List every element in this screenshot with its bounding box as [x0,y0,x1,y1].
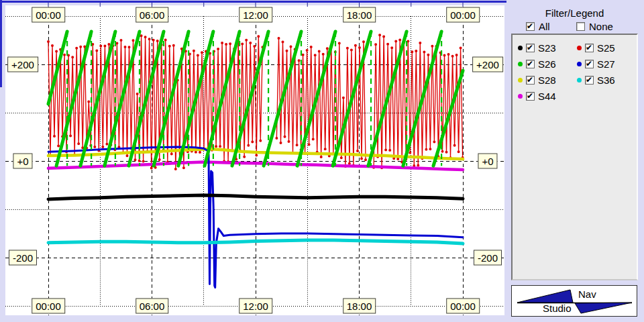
x-axis-label-top-2: 12:00 [239,7,272,23]
legend-checkbox-S26[interactable] [526,60,535,68]
legend-label: S25 [597,42,615,54]
series-color-dot [518,62,523,66]
legend-label: S23 [538,42,556,54]
none-checkbox-label: None [589,21,613,32]
legend-checkbox-S36[interactable] [585,76,594,85]
legend-item-S26[interactable]: S26 [518,56,577,71]
legend-label: S36 [597,74,615,86]
series-color-dot [577,78,582,83]
legend-master-row: All None [511,21,638,35]
x-axis-label-bottom-0: 00:00 [32,299,65,314]
series-color-dot [577,62,582,66]
series-S23 [48,195,463,199]
y-axis-label-left-1: +0 [13,154,32,169]
x-axis-label-bottom-3: 18:00 [343,299,376,314]
all-checkbox-box[interactable] [526,22,535,31]
y-axis-label-right-2: -200 [474,250,502,266]
filter-none-checkbox[interactable]: None [576,21,613,32]
y-axis-label-right-1: +0 [478,154,497,169]
legend-list: S23S25S26S27S28S36S44 [511,34,638,280]
legend-checkbox-S27[interactable] [585,60,594,68]
legend-title: Filter/Legend [511,7,638,19]
legend-checkbox-S23[interactable] [526,44,535,52]
x-axis-label-top-1: 06:00 [136,7,169,23]
x-axis-label-top-3: 18:00 [343,7,376,23]
legend-item-S23[interactable]: S23 [518,40,577,55]
x-axis-label-bottom-4: 00:00 [446,299,480,314]
y-axis-label-left-2: -200 [9,250,37,266]
series-color-dot [577,46,582,50]
legend-item-S28[interactable]: S28 [518,72,577,87]
legend-label: S44 [538,91,556,102]
logo-graphic [512,286,637,316]
nav-studio-logo: Nav Studio [511,285,637,317]
legend-checkbox-S28[interactable] [526,76,535,85]
app-window: Filter/Legend All None S23S25S26S27S28S3… [0,0,644,322]
legend-item-S27[interactable]: S27 [577,56,637,71]
logo-nav-label: Nav [578,288,596,300]
x-axis-label-bottom-2: 12:00 [239,299,272,314]
x-axis-label-top-4: 00:00 [446,7,480,23]
legend-item-S25[interactable]: S25 [577,40,637,55]
series-color-dot [518,46,523,50]
logo-triangle-up [517,290,573,303]
y-axis-label-left-0: +200 [7,57,38,72]
legend-label: S26 [538,58,556,70]
y-axis-label-right-0: +200 [472,57,503,72]
legend-checkbox-S44[interactable] [526,92,535,101]
legend-label: S28 [538,74,556,86]
logo-studio-label: Studio [543,303,572,314]
all-checkbox-label: All [539,21,550,32]
logo-triangle-down [575,303,632,313]
legend-checkbox-S25[interactable] [585,44,594,52]
filter-legend-panel: Filter/Legend All None S23S25S26S27S28S3… [511,7,638,280]
legend-label: S27 [597,58,615,70]
none-checkbox-box[interactable] [576,22,585,31]
series-color-dot [518,94,523,99]
legend-item-S44[interactable]: S44 [518,89,577,103]
x-axis-label-top-0: 00:00 [32,7,65,23]
filter-all-checkbox[interactable]: All [526,21,550,32]
x-axis-label-bottom-1: 06:00 [136,299,169,314]
series-color-dot [518,78,523,83]
legend-item-S36[interactable]: S36 [577,72,637,87]
